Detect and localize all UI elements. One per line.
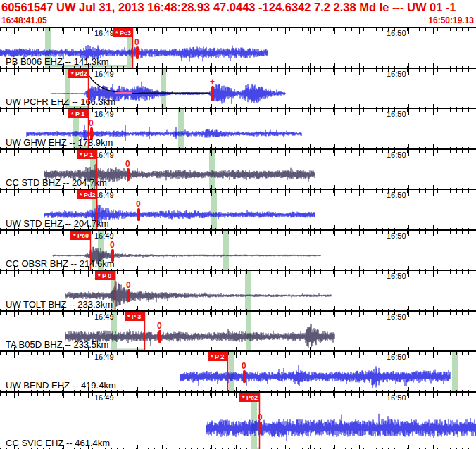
coda-mark-glyph: 0 bbox=[136, 199, 141, 209]
seismogram-panel[interactable]: 16:4916:50* Pc20CC SVIC EHZ -- 461.4km bbox=[0, 391, 476, 449]
station-label: UW STD EHZ -- 204.7km bbox=[6, 218, 109, 229]
coda-mark-glyph: 0 bbox=[157, 321, 162, 331]
coda-mark-glyph: 0 bbox=[89, 118, 94, 128]
minute-label: 16:50 bbox=[387, 393, 406, 402]
minute-label: 16:50 bbox=[387, 312, 406, 321]
coda-duration-mark[interactable] bbox=[259, 422, 262, 434]
arrival-window-band bbox=[245, 271, 251, 310]
coda-mark-glyph: 0 bbox=[126, 280, 131, 290]
minute-label: 16:50 bbox=[387, 70, 406, 78]
phase-pick-label: * P 1 bbox=[71, 110, 84, 118]
seismogram-panel[interactable]: 16:4916:50* Pc00CC OBSR BHZ -- 214.6km bbox=[0, 229, 476, 270]
seismogram-viewer-window: 60561547 UW Jul 31, 2013 16:48:28.93 47.… bbox=[0, 0, 476, 449]
coda-duration-mark[interactable] bbox=[158, 330, 161, 343]
phase-pick-label: * P 1 bbox=[80, 151, 93, 158]
minute-label: 16:49 bbox=[94, 110, 114, 118]
phase-pick-label: * P 2 bbox=[211, 353, 224, 360]
phase-pick-label: * Pc0 bbox=[73, 232, 89, 239]
minute-label: 16:49 bbox=[94, 232, 114, 240]
waveform-trace bbox=[206, 413, 476, 440]
arrival-window-band bbox=[452, 352, 458, 391]
window-end-time: 16:50:19.13 bbox=[428, 15, 474, 25]
arrival-window-band bbox=[229, 352, 234, 391]
coda-mark-glyph: 0 bbox=[110, 240, 115, 250]
minute-label: 16:49 bbox=[94, 353, 114, 361]
seismogram-panel[interactable]: 16:4916:50* P 30TA B05D BHZ -- 233.5km bbox=[0, 310, 476, 351]
seismogram-panel[interactable]: 16:4916:50* P 00UW TOLT BHZ -- 233.3km bbox=[0, 270, 476, 310]
phase-pick-label: * Pd2 bbox=[80, 191, 96, 198]
phase-pick-label: * P 3 bbox=[127, 313, 141, 320]
event-summary-line: 60561547 UW Jul 31, 2013 16:48:28.93 47.… bbox=[1, 1, 456, 14]
seismogram-panel[interactable]: 16:4916:50* P 10UW GHW EHZ -- 178.9km bbox=[0, 108, 476, 148]
arrival-window-band bbox=[211, 190, 217, 229]
station-label: CC STD BHZ -- 204.7km bbox=[6, 177, 107, 188]
seismogram-panel[interactable]: 16:4916:50* Pd20UW STD EHZ -- 204.7km bbox=[0, 189, 476, 229]
coda-mark-glyph: 0 bbox=[258, 412, 263, 422]
seismogram-panel[interactable]: 16:4916:50* P 20UW BEND EHZ -- 419.4km bbox=[0, 350, 476, 391]
station-label: PB B006 EHZ -- 141.3km bbox=[6, 56, 109, 67]
coda-duration-mark[interactable] bbox=[243, 370, 246, 383]
minute-label: 16:50 bbox=[387, 272, 406, 280]
minute-label: 16:49 bbox=[94, 70, 114, 78]
coda-mark-glyph: 0 bbox=[134, 37, 139, 47]
station-label: UW BEND EHZ -- 419.4km bbox=[6, 380, 116, 391]
coda-duration-mark[interactable] bbox=[127, 289, 130, 302]
minute-label: 16:50 bbox=[387, 110, 406, 118]
arrival-window-band bbox=[223, 231, 229, 270]
station-label: UW TOLT BHZ -- 233.3km bbox=[6, 299, 113, 310]
phase-pick-label: * Pc2 bbox=[242, 394, 258, 401]
minute-label: 16:50 bbox=[387, 232, 406, 240]
station-label: CC SVIC EHZ -- 461.4km bbox=[6, 438, 110, 448]
coda-duration-mark[interactable] bbox=[137, 208, 140, 221]
phase-pick-label: * Pc3 bbox=[115, 30, 131, 37]
minute-label: 16:49 bbox=[94, 29, 114, 37]
minute-label: 16:49 bbox=[94, 393, 114, 402]
minute-label: 16:49 bbox=[94, 312, 114, 321]
coda-mark-glyph: + bbox=[210, 77, 215, 87]
minute-label: 16:50 bbox=[387, 191, 406, 199]
arrival-window-band bbox=[178, 109, 184, 148]
seismogram-panel[interactable]: 16:4916:50* Pc30PB B006 EHZ -- 141.3km bbox=[0, 27, 476, 68]
station-label: CC OBSR BHZ -- 214.6km bbox=[6, 258, 115, 269]
waveform-trace bbox=[180, 365, 450, 388]
coda-mark-glyph: 0 bbox=[125, 159, 130, 169]
minute-label: 16:50 bbox=[387, 29, 406, 37]
coda-duration-mark[interactable] bbox=[211, 86, 214, 101]
arrival-window-band bbox=[209, 150, 215, 189]
arrival-window-band bbox=[246, 312, 251, 351]
station-label: UW GHW EHZ -- 178.9km bbox=[6, 137, 113, 148]
seismogram-panel[interactable]: 16:4916:50* P 10CC STD BHZ -- 204.7km bbox=[0, 148, 476, 189]
minute-label: 16:50 bbox=[387, 353, 406, 361]
trace-panel-stack: 16:4916:50* Pc30PB B006 EHZ -- 141.3km16… bbox=[0, 27, 476, 449]
coda-mark-glyph: 0 bbox=[242, 361, 246, 371]
station-label: UW PCFR EHZ -- 166.3km bbox=[6, 96, 115, 107]
seismogram-panel[interactable]: 16:4916:50* Pd2+UW PCFR EHZ -- 166.3km bbox=[0, 68, 476, 108]
window-start-time: 16:48:41.05 bbox=[1, 15, 47, 25]
coda-duration-mark[interactable] bbox=[136, 46, 139, 59]
arrival-window-band bbox=[161, 69, 166, 108]
phase-pick-label: * P 0 bbox=[98, 272, 111, 279]
minute-label: 16:50 bbox=[387, 151, 406, 159]
station-label: TA B05D BHZ -- 233.5km bbox=[6, 339, 108, 350]
coda-duration-mark[interactable] bbox=[127, 168, 130, 181]
phase-pick-label: * Pd2 bbox=[71, 70, 87, 77]
